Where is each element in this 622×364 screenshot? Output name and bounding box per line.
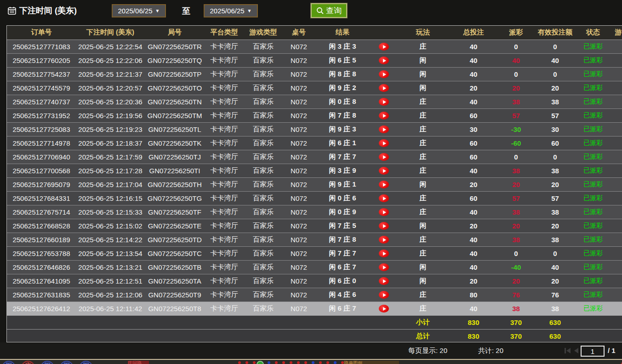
replay-icon[interactable] [379, 98, 389, 106]
date-to-value: 2025/06/25 [210, 7, 245, 15]
table-row[interactable]: 250625127631835 2025-06-25 12:12:06 GN07… [7, 288, 622, 301]
date-from-select[interactable]: 2025/06/25 ▼ [112, 4, 166, 17]
platform-cell: 卡卡湾厅 [205, 150, 244, 164]
platform-cell: 卡卡湾厅 [205, 164, 244, 177]
table-row[interactable]: 250625127725083 2025-06-25 12:19:23 GN07… [7, 122, 622, 136]
round-id-cell: GN072256250TB [145, 260, 205, 274]
result-cell: 闲 3 庄 9 [315, 164, 370, 177]
order-id-cell: 250625127754237 [7, 67, 76, 81]
prev-page-icon[interactable] [574, 348, 578, 353]
replay-icon[interactable] [379, 236, 389, 244]
result-cell: 闲 7 庄 7 [315, 246, 370, 260]
subtotal-total-bet: 830 [448, 315, 499, 329]
bet-time-cell: 2025-06-25 12:21:37 [76, 67, 145, 81]
table-row[interactable]: 250625127731952 2025-06-25 12:19:56 GN07… [7, 108, 622, 122]
valid-bet-cell: 38 [533, 164, 577, 177]
background-badge: 庄 [21, 361, 35, 364]
play-type-cell: 闲 [398, 274, 448, 288]
game-type-cell: 百家乐 [244, 67, 283, 81]
replay-icon[interactable] [379, 43, 389, 51]
status-badge: 已派彩 [577, 150, 609, 164]
replay-icon[interactable] [379, 291, 389, 299]
play-type-cell: 庄 [398, 233, 448, 246]
first-page-icon[interactable] [565, 348, 571, 353]
table-row[interactable]: 250625127684331 2025-06-25 12:16:15 GN07… [7, 191, 622, 205]
replay-icon[interactable] [379, 277, 389, 285]
date-to-select[interactable]: 2025/06/25 ▼ [204, 4, 258, 17]
result-cell: 闲 9 庄 3 [315, 122, 370, 136]
table-row[interactable]: 250625127706940 2025-06-25 12:17:59 GN07… [7, 150, 622, 164]
replay-icon[interactable] [379, 57, 389, 64]
replay-icon[interactable] [379, 194, 389, 202]
round-id-cell: GN072256250T8 [145, 301, 205, 315]
play-type-cell: 庄 [398, 205, 448, 219]
table-row[interactable]: 250625127660189 2025-06-25 12:14:22 GN07… [7, 233, 622, 246]
payout-cell: 20 [499, 274, 533, 288]
column-header: 平台类型 [205, 26, 244, 40]
background-legend-label: 路单图例 [344, 361, 399, 364]
replay-icon[interactable] [379, 125, 389, 133]
replay-icon[interactable] [379, 153, 389, 161]
play-type-cell: 庄 [398, 122, 448, 136]
replay-icon[interactable] [379, 263, 389, 271]
platform-cell: 卡卡湾厅 [205, 233, 244, 246]
valid-bet-cell: 20 [533, 274, 577, 288]
replay-icon[interactable] [379, 139, 389, 147]
valid-bet-cell: 38 [533, 205, 577, 219]
replay-icon[interactable] [379, 112, 389, 119]
table-no-cell: N072 [283, 205, 315, 219]
play-type-cell: 庄 [398, 191, 448, 205]
game-type-cell: 百家乐 [244, 274, 283, 288]
table-row[interactable]: 250625127695079 2025-06-25 12:17:04 GN07… [7, 177, 622, 191]
table-row[interactable]: 250625127740737 2025-06-25 12:20:36 GN07… [7, 95, 622, 108]
replay-icon[interactable] [379, 208, 389, 216]
bet-time-cell: 2025-06-25 12:19:56 [76, 108, 145, 122]
bet-time-cell: 2025-06-25 12:14:22 [76, 233, 145, 246]
table-row[interactable]: 250625127626412 2025-06-25 12:11:42 GN07… [7, 301, 622, 315]
table-row[interactable]: 250625127714978 2025-06-25 12:18:37 GN07… [7, 136, 622, 150]
play-type-cell: 庄 [398, 150, 448, 164]
valid-bet-cell: 0 [533, 67, 577, 81]
status-badge: 已派彩 [577, 274, 609, 288]
play-type-cell: 闲 [398, 53, 448, 67]
filter-title: 下注时间 (美东) [7, 5, 77, 16]
replay-icon[interactable] [379, 250, 389, 257]
table-no-cell: N072 [283, 177, 315, 191]
table-row[interactable]: 250625127641095 2025-06-25 12:12:51 GN07… [7, 274, 622, 288]
table-row[interactable]: 250625127668528 2025-06-25 12:15:02 GN07… [7, 219, 622, 233]
replay-icon[interactable] [379, 305, 389, 313]
search-icon [316, 7, 324, 15]
replay-icon[interactable] [379, 84, 389, 92]
filter-bar: 下注时间 (美东) 2025/06/25 ▼ 至 2025/06/25 ▼ 查询 [0, 0, 622, 25]
result-cell: 闲 7 庄 7 [315, 150, 370, 164]
payout-cell: 0 [499, 246, 533, 260]
round-id-cell: GN072256250TK [145, 136, 205, 150]
table-row[interactable]: 250625127675714 2025-06-25 12:15:33 GN07… [7, 205, 622, 219]
table-row[interactable]: 250625127771083 2025-06-25 12:22:54 GN07… [7, 40, 622, 53]
total-bet-cell: 20 [448, 177, 499, 191]
grand-total-label: 总计 [398, 329, 448, 342]
bet-time-cell: 2025-06-25 12:17:28 [76, 164, 145, 177]
table-row[interactable]: 250625127646826 2025-06-25 12:13:21 GN07… [7, 260, 622, 274]
replay-icon[interactable] [379, 70, 389, 78]
replay-icon[interactable] [379, 167, 389, 175]
replay-icon[interactable] [379, 222, 389, 230]
round-id-cell: GN072256250TI [145, 164, 205, 177]
total-bet-cell: 30 [448, 122, 499, 136]
search-button[interactable]: 查询 [311, 3, 347, 18]
game-type-cell: 百家乐 [244, 81, 283, 95]
replay-icon[interactable] [379, 181, 389, 188]
table-row[interactable]: 250625127653788 2025-06-25 12:13:54 GN07… [7, 246, 622, 260]
game-type-cell: 百家乐 [244, 108, 283, 122]
result-cell: 闲 7 庄 5 [315, 219, 370, 233]
status-badge: 已派彩 [577, 53, 609, 67]
table-row[interactable]: 250625127700568 2025-06-25 12:17:28 GN07… [7, 164, 622, 177]
bet-time-cell: 2025-06-25 12:13:21 [76, 260, 145, 274]
table-row[interactable]: 250625127754237 2025-06-25 12:21:37 GN07… [7, 67, 622, 81]
game-type-cell: 百家乐 [244, 219, 283, 233]
table-row[interactable]: 250625127760205 2025-06-25 12:22:06 GN07… [7, 53, 622, 67]
total-bet-cell: 80 [448, 288, 499, 301]
column-header: 玩法 [398, 26, 448, 40]
page-number-input[interactable] [581, 346, 605, 357]
table-row[interactable]: 250625127745579 2025-06-25 12:20:57 GN07… [7, 81, 622, 95]
